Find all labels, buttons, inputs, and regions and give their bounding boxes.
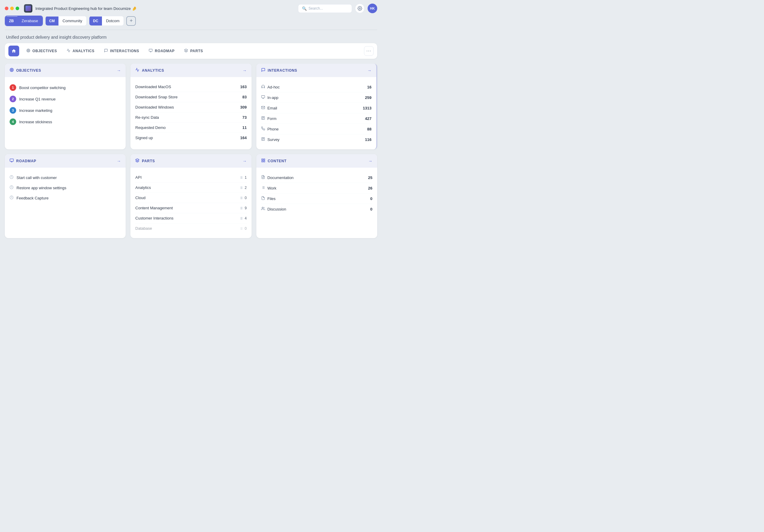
analytics-label-3: Re-sync Data xyxy=(135,115,159,120)
browser-icon xyxy=(261,95,265,100)
add-workspace-button[interactable]: + xyxy=(126,16,136,26)
form-icon xyxy=(261,116,265,121)
nav-item-roadmap[interactable]: ROADMAP xyxy=(144,46,179,56)
obj-item-2: 2 Increase Q1 revenue xyxy=(10,93,121,105)
parts-row-3: Content Management 9 xyxy=(135,203,247,213)
workspace-label-cm: Community xyxy=(59,16,87,26)
interactions-header-icon xyxy=(261,68,265,73)
content-label-2: Files xyxy=(268,196,276,201)
page-subtitle: Unified product delivery and insight dis… xyxy=(0,30,382,43)
interaction-row-5: Survey 116 xyxy=(261,134,371,144)
analytics-row-5: Signed up 164 xyxy=(135,133,247,143)
roadmap-arrow-button[interactable]: → xyxy=(117,159,121,163)
roadmap-label-0: Start call with customer xyxy=(17,175,57,180)
analytics-row-2: Downloaded Windows 309 xyxy=(135,102,247,112)
analytics-row-1: Downloaded Snap Store 83 xyxy=(135,92,247,102)
analytics-count-3: 73 xyxy=(242,115,247,120)
nav-home-button[interactable] xyxy=(8,46,19,56)
nav-more-button[interactable]: ··· xyxy=(364,46,374,56)
svg-point-9 xyxy=(11,69,13,71)
interaction-label-4: Phone xyxy=(268,127,279,131)
interaction-row-3: Form 427 xyxy=(261,113,371,124)
roadmap-label-2: Feedback Capture xyxy=(17,196,49,200)
nav-item-objectives[interactable]: OBJECTIVES xyxy=(22,46,62,56)
analytics-arrow-button[interactable]: → xyxy=(243,68,247,73)
svg-point-0 xyxy=(359,8,360,9)
roadmap-label-1: Restore app window settings xyxy=(17,186,66,190)
parts-row-0: API 1 xyxy=(135,172,247,183)
app-title: Integrated Product Engineering hub for t… xyxy=(35,6,137,11)
roadmap-header-icon xyxy=(10,158,14,163)
nav-analytics-label: ANALYTICS xyxy=(73,49,95,53)
workspace-label-zb: Zerabase xyxy=(17,16,42,26)
interaction-label-1: In-app xyxy=(268,95,279,100)
workspace-badge-cm: CM xyxy=(46,17,59,26)
interactions-card-header: INTERACTIONS → xyxy=(256,64,376,77)
content-card: CONTENT → Documentation 25 xyxy=(256,154,377,238)
content-count-1: 26 xyxy=(368,186,372,190)
content-label-3: Discussion xyxy=(268,207,286,211)
analytics-count-0: 163 xyxy=(240,85,247,89)
analytics-row-0: Downloaded MacOS 163 xyxy=(135,82,247,92)
interaction-count-3: 427 xyxy=(365,116,371,121)
objectives-card-header: OBJECTIVES → xyxy=(5,64,126,77)
avatar[interactable]: HK xyxy=(368,4,377,13)
roadmap-card-header: ROADMAP → xyxy=(5,154,126,168)
analytics-count-1: 83 xyxy=(242,95,247,99)
analytics-label-0: Downloaded MacOS xyxy=(135,85,171,89)
analytics-count-5: 164 xyxy=(240,135,247,140)
nav-item-interactions[interactable]: INTERACTIONS xyxy=(99,46,144,56)
analytics-card: ANALYTICS → Downloaded MacOS 163 Downloa… xyxy=(130,64,251,149)
parts-count-5: 0 xyxy=(245,227,247,231)
roadmap-card-body: Start call with customer Restore app win… xyxy=(5,168,126,208)
waveform-icon xyxy=(67,49,71,53)
objectives-arrow-button[interactable]: → xyxy=(117,68,121,73)
nav-objectives-label: OBJECTIVES xyxy=(32,49,57,53)
workspace-tab-zerabase[interactable]: ZB Zerabase xyxy=(5,16,43,26)
parts-arrow-button[interactable]: → xyxy=(243,159,247,163)
obj-label-4: Increase stickiness xyxy=(19,120,52,124)
interactions-arrow-button[interactable]: → xyxy=(367,68,371,73)
analytics-label-4: Requested Demo xyxy=(135,125,165,130)
parts-count-4: 4 xyxy=(245,216,247,220)
interaction-label-0: Ad-hoc xyxy=(268,85,280,89)
files-icon xyxy=(261,196,265,201)
svg-rect-68 xyxy=(262,161,263,162)
content-row-1: Work 26 xyxy=(261,183,372,193)
obj-label-2: Increase Q1 revenue xyxy=(19,97,56,101)
workspace-tab-community[interactable]: CM Community xyxy=(45,16,87,26)
minimize-button[interactable] xyxy=(10,7,14,10)
content-arrow-button[interactable]: → xyxy=(368,159,372,163)
parts-label-4: Customer Interactions xyxy=(135,216,173,220)
parts-label-1: Analytics xyxy=(135,185,151,190)
app-logo xyxy=(24,4,32,13)
parts-row-1: Analytics 2 xyxy=(135,183,247,193)
search-placeholder: Search... xyxy=(308,6,323,11)
svg-rect-66 xyxy=(264,159,265,160)
settings-button[interactable] xyxy=(355,4,365,13)
maximize-button[interactable] xyxy=(16,7,19,10)
svg-rect-11 xyxy=(262,96,265,98)
interactions-card-body: Ad-hoc 16 In-app 259 xyxy=(256,77,376,149)
workspace-badge-zb: ZB xyxy=(5,17,17,26)
content-count-2: 0 xyxy=(370,196,372,201)
title-bar: Integrated Product Engineering hub for t… xyxy=(0,0,382,16)
parts-label-3: Content Management xyxy=(135,206,173,210)
workspace-tab-dotcom[interactable]: DC Dotcom xyxy=(89,16,124,26)
parts-row-5: Database 0 xyxy=(135,224,247,233)
clock-icon-1 xyxy=(10,185,14,190)
content-count-0: 25 xyxy=(368,175,372,180)
workspace-label-dc: Dotcom xyxy=(102,16,124,26)
nav-item-parts[interactable]: PARTS xyxy=(179,46,208,56)
analytics-card-body: Downloaded MacOS 163 Downloaded Snap Sto… xyxy=(130,77,251,147)
objectives-card-body: 1 Boost competitor switching 2 Increase … xyxy=(5,77,126,132)
interaction-label-2: Email xyxy=(268,106,278,110)
close-button[interactable] xyxy=(5,7,8,10)
nav-item-analytics[interactable]: ANALYTICS xyxy=(62,46,99,56)
content-label-0: Documentation xyxy=(268,175,293,180)
obj-badge-4: 4 xyxy=(10,118,16,125)
svg-point-2 xyxy=(27,50,29,52)
search-bar[interactable]: 🔍 Search... xyxy=(298,4,352,13)
roadmap-item-0: Start call with customer xyxy=(10,172,121,183)
nav-parts-label: PARTS xyxy=(190,49,203,53)
